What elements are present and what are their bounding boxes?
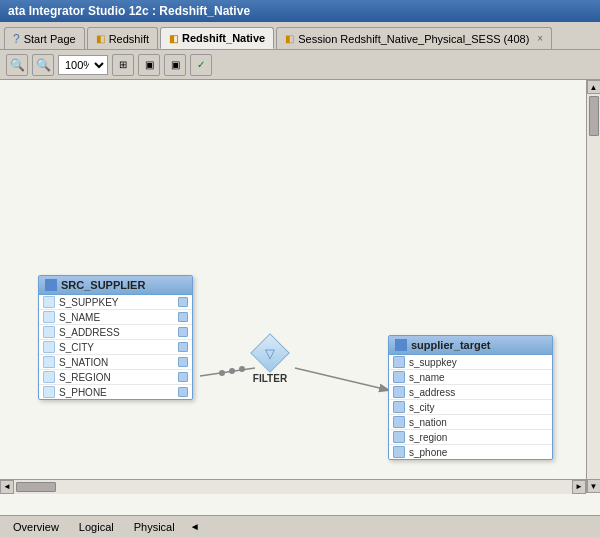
scroll-indicator: ◄ (190, 521, 200, 532)
target-port-suppkey[interactable] (393, 356, 405, 368)
supplier-target-label: supplier_target (411, 339, 490, 351)
field-name-suppkey: S_SUPPKEY (59, 297, 174, 308)
field-name-phone: S_PHONE (59, 387, 174, 398)
field-name-city: S_CITY (59, 342, 174, 353)
field-row-address: S_ADDRESS (39, 325, 192, 340)
field-icon-phone (43, 386, 55, 398)
field-name-region: S_REGION (59, 372, 174, 383)
target-port-nation[interactable] (393, 416, 405, 428)
target-port-name[interactable] (393, 371, 405, 383)
layout2-button[interactable]: ▣ (164, 54, 186, 76)
title-bar: ata Integrator Studio 12c : Redshift_Nat… (0, 0, 600, 22)
zoom-in-button[interactable]: 🔍 (6, 54, 28, 76)
src-supplier-header: SRC_SUPPLIER (39, 276, 192, 295)
src-supplier-label: SRC_SUPPLIER (61, 279, 145, 291)
tab-icon-redshift: ◧ (96, 33, 105, 44)
target-field-address: s_address (409, 387, 548, 398)
table-icon (45, 279, 57, 291)
validate-icon: ✓ (197, 59, 205, 70)
supplier-target-node[interactable]: supplier_target s_suppkey s_name s_addre… (388, 335, 553, 460)
target-field-row-name: s_name (389, 370, 552, 385)
tab-icon-session: ◧ (285, 33, 294, 44)
scroll-thumb-h[interactable] (16, 482, 56, 492)
supplier-target-header: supplier_target (389, 336, 552, 355)
layout1-icon: ▣ (145, 59, 154, 70)
target-port-city[interactable] (393, 401, 405, 413)
field-row-nation: S_NATION (39, 355, 192, 370)
target-field-region: s_region (409, 432, 548, 443)
tab-label-redshift-native: Redshift_Native (182, 32, 265, 44)
layout1-button[interactable]: ▣ (138, 54, 160, 76)
field-icon-region (43, 371, 55, 383)
scroll-left-arrow[interactable]: ◄ (0, 480, 14, 494)
toolbar: 🔍 🔍 100% 50% 75% 125% 150% 200% ⊞ ▣ ▣ ✓ (0, 50, 600, 80)
field-icon-name (43, 311, 55, 323)
scroll-bottom[interactable]: ◄ ► (0, 479, 586, 493)
field-row-region: S_REGION (39, 370, 192, 385)
target-port-phone[interactable] (393, 446, 405, 458)
fit-button[interactable]: ⊞ (112, 54, 134, 76)
tab-label-session: Session Redshift_Native_Physical_SESS (4… (298, 33, 529, 45)
target-table-icon (395, 339, 407, 351)
target-port-region[interactable] (393, 431, 405, 443)
tab-close-session[interactable]: × (537, 33, 543, 44)
filter-node[interactable]: ▽ FILTER (252, 335, 288, 384)
validate-button[interactable]: ✓ (190, 54, 212, 76)
fit-icon: ⊞ (119, 59, 127, 70)
scroll-down-arrow[interactable]: ▼ (587, 479, 601, 493)
zoom-out-button[interactable]: 🔍 (32, 54, 54, 76)
field-icon-suppkey (43, 296, 55, 308)
target-port-address[interactable] (393, 386, 405, 398)
target-field-city: s_city (409, 402, 548, 413)
scroll-thumb-v[interactable] (589, 96, 599, 136)
target-field-name: s_name (409, 372, 548, 383)
field-icon-nation (43, 356, 55, 368)
tab-icon-start: ? (13, 32, 20, 46)
field-row-city: S_CITY (39, 340, 192, 355)
tab-redshift[interactable]: ◧ Redshift (87, 27, 158, 49)
svg-line-0 (200, 368, 255, 376)
svg-point-3 (239, 366, 245, 372)
field-name-address: S_ADDRESS (59, 327, 174, 338)
field-icon-city (43, 341, 55, 353)
target-field-nation: s_nation (409, 417, 548, 428)
zoom-out-icon: 🔍 (36, 58, 51, 72)
status-tab-overview[interactable]: Overview (4, 519, 68, 535)
filter-diamond: ▽ (252, 335, 288, 371)
tab-start-page[interactable]: ? Start Page (4, 27, 85, 49)
target-field-phone: s_phone (409, 447, 548, 458)
scroll-right[interactable]: ▲ ▼ (586, 80, 600, 493)
scroll-up-arrow[interactable]: ▲ (587, 80, 601, 94)
target-field-row-address: s_address (389, 385, 552, 400)
field-icon-address (43, 326, 55, 338)
port-phone[interactable] (178, 387, 188, 397)
field-row-suppkey: S_SUPPKEY (39, 295, 192, 310)
src-supplier-node[interactable]: SRC_SUPPLIER S_SUPPKEY S_NAME S_ADDRESS … (38, 275, 193, 400)
canvas: SRC_SUPPLIER S_SUPPKEY S_NAME S_ADDRESS … (0, 80, 600, 515)
svg-point-2 (229, 368, 235, 374)
port-suppkey[interactable] (178, 297, 188, 307)
status-tab-logical[interactable]: Logical (70, 519, 123, 535)
tab-session[interactable]: ◧ Session Redshift_Native_Physical_SESS … (276, 27, 552, 49)
field-row-name: S_NAME (39, 310, 192, 325)
port-nation[interactable] (178, 357, 188, 367)
target-field-row-suppkey: s_suppkey (389, 355, 552, 370)
field-name-nation: S_NATION (59, 357, 174, 368)
tab-label-start: Start Page (24, 33, 76, 45)
tab-redshift-native[interactable]: ◧ Redshift_Native (160, 27, 274, 49)
target-field-row-region: s_region (389, 430, 552, 445)
zoom-select[interactable]: 100% 50% 75% 125% 150% 200% (58, 55, 108, 75)
status-tab-physical[interactable]: Physical (125, 519, 184, 535)
tab-label-redshift: Redshift (109, 33, 149, 45)
port-address[interactable] (178, 327, 188, 337)
scroll-track-v (587, 94, 601, 479)
field-name-name: S_NAME (59, 312, 174, 323)
target-field-suppkey: s_suppkey (409, 357, 548, 368)
scroll-right-arrow[interactable]: ► (572, 480, 586, 494)
port-name[interactable] (178, 312, 188, 322)
port-region[interactable] (178, 372, 188, 382)
layout2-icon: ▣ (171, 59, 180, 70)
zoom-in-icon: 🔍 (10, 58, 25, 72)
port-city[interactable] (178, 342, 188, 352)
title-text: ata Integrator Studio 12c : Redshift_Nat… (8, 4, 250, 18)
